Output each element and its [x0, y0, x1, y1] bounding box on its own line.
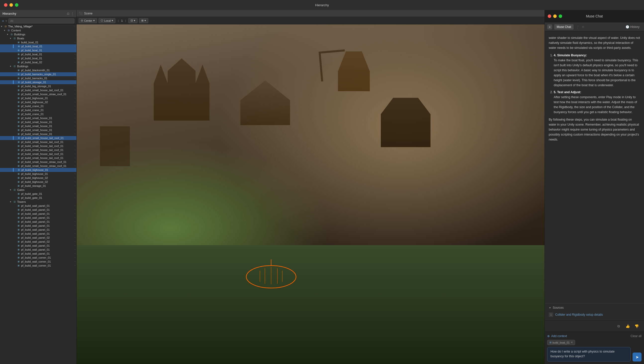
list-item[interactable]: ⊞ pf_build_small_house_01 ›	[0, 116, 76, 120]
chat-messages[interactable]: water shader to simulate the visual aspe…	[545, 31, 644, 303]
scene-tab[interactable]: Scene	[84, 12, 92, 15]
list-item[interactable]: ⊞ pf_build_wall_panel_01 ›	[0, 224, 76, 228]
muse-minimize-button[interactable]	[553, 15, 557, 18]
list-item[interactable]: ⊞ pf_build_bighouse_02 ›	[0, 176, 76, 180]
hierarchy-title: Hierarchy	[2, 12, 16, 16]
thumbup-button[interactable]: 👍	[624, 323, 631, 330]
list-item[interactable]: ⊞ pf_build_crane_01 ›	[0, 112, 76, 116]
list-item[interactable]: ⊞ pf_build_small_house_tail_roof_01 ›	[0, 144, 76, 148]
list-item[interactable]: ⊞ pf_build_wall_panel_01 ›	[0, 204, 76, 208]
list-item[interactable]: ⊞ pf_build_barracks_01 ›	[0, 76, 76, 80]
titlebar: Hierarchy	[0, 0, 644, 10]
view-dropdown[interactable]: ⊞ ▾	[139, 18, 148, 23]
chat-input[interactable]: How do I write a script with physics to …	[547, 347, 630, 361]
scene-header: ⬛ Scene	[76, 10, 544, 17]
gizmo-dropdown[interactable]: ⊡ ▾	[128, 18, 138, 23]
list-item[interactable]: ⊞ pf_build_small_house_straw_roof_01 ›	[0, 160, 76, 164]
list-item[interactable]: ⊞ pf_build_small_house_tail_roof_01 ›	[0, 148, 76, 152]
list-item[interactable]: ⊞ pf_build_small_house_tail_roof_01 ›	[0, 156, 76, 160]
list-item[interactable]: ⊞ pf_build_bighouse_02 ›	[0, 100, 76, 104]
scene-view[interactable]: ✋ ✥ ↻ ⊡ ⬜ ⊞	[76, 25, 544, 364]
list-item[interactable]: ⊞ pf_build_bighouse_01 ›	[0, 96, 76, 100]
list-item[interactable]: ⊞ pf_build_bighouse_01 ›	[0, 172, 76, 176]
tree-gates[interactable]: ▾ ⊡ Gates	[0, 188, 76, 192]
context-tag-remove[interactable]: ✕	[570, 341, 573, 344]
list-item[interactable]: ⊞ pf_build_small_house_tail_roof_01 ›	[0, 88, 76, 92]
list-item[interactable]: ⊞ pf_build_gate_01 ›	[0, 196, 76, 200]
list-item[interactable]: ⊞ pf_build_wall_panel_01 ›	[0, 208, 76, 212]
add-hierarchy-button[interactable]: +	[2, 19, 4, 23]
list-item[interactable]: ⊞ build_boat_01 ›	[0, 40, 76, 44]
sources-header[interactable]: ▼ Sources	[549, 306, 640, 309]
list-item[interactable]: ⊞ pf_build_boat_02 ›	[0, 60, 76, 64]
list-item[interactable]: ⊞ pf_build_boat_01 ›	[0, 44, 76, 48]
hierarchy-lock-icon[interactable]: ⊡	[67, 12, 70, 16]
tab-close-icon[interactable]: ✕	[582, 25, 584, 29]
tree-buildings-2[interactable]: ▾ ⊡ Buildings	[0, 64, 76, 68]
list-item[interactable]: ⊞ pf_build_small_house_01 ›	[0, 124, 76, 128]
list-item[interactable]: ⊞ pf_build_wall_panel_01 ›	[0, 232, 76, 236]
list-item[interactable]: ⊞ pf_build_wall_panel_01 ›	[0, 252, 76, 256]
tree-buildings-1[interactable]: ▾ ⊡ Buildings	[0, 32, 76, 36]
center-dropdown[interactable]: ⊙ Center ▾	[78, 18, 97, 23]
list-item[interactable]: ⊞ pf_build_small_house_01 ›	[0, 132, 76, 136]
tab-menu-icon[interactable]: ⋮	[576, 25, 580, 29]
copy-button[interactable]: ⧉	[615, 323, 622, 330]
list-item[interactable]: ⊞ pf_build_wall_panel_02 ›	[0, 240, 76, 244]
hierarchy-menu-icon[interactable]: ⋮	[71, 12, 74, 16]
send-button[interactable]: ➤	[632, 352, 642, 361]
list-item[interactable]: ⊞ pf_build_crane_01 ›	[0, 104, 76, 108]
list-item[interactable]: ⊞ pf_build_wall_panel_01 ›	[0, 228, 76, 232]
list-item[interactable]: ⊞ pf_build_wall_panel_01 ›	[0, 220, 76, 224]
sources-arrow-icon: ▼	[549, 306, 551, 309]
tree-boats[interactable]: ▾ ⊡ Boats	[0, 36, 76, 40]
muse-maximize-button[interactable]	[559, 15, 562, 18]
list-item[interactable]: ⊞ pf_build_small_house_straw_roof_01 ›	[0, 92, 76, 96]
list-item[interactable]: ⊞ pf_build_small_house_01 ›	[0, 120, 76, 124]
list-item[interactable]: ⊞ pf_build_wall_corner_01 ›	[0, 264, 76, 268]
list-item[interactable]: ⊞ pf_build_big_storage_01 ›	[0, 84, 76, 88]
muse-close-button[interactable]	[548, 15, 551, 18]
hierarchy-separator: ▾	[6, 19, 7, 23]
chat-actions: ⧉ 👍 👎	[545, 320, 644, 332]
list-item[interactable]: ⊞ pf_build_small_house_tail_roof_01 ›	[0, 140, 76, 144]
list-item[interactable]: ⊞ pf_build_storage_01 ›	[0, 80, 76, 84]
list-item[interactable]: ⊞ pf_build_small_house_01 ›	[0, 128, 76, 132]
list-item[interactable]: ⊞ pf_build_wall_panel_02 ›	[0, 236, 76, 240]
list-item[interactable]: ⊞ pf_build_crane_01 ›	[0, 108, 76, 112]
maximize-button[interactable]	[15, 3, 18, 7]
minimize-button[interactable]	[10, 3, 13, 7]
list-item[interactable]: ⊞ pf_build_wall_corner_01 ›	[0, 256, 76, 260]
hierarchy-search-input[interactable]	[8, 19, 74, 24]
list-item[interactable]: ⊞ pf_build_blacksmith_01 ›	[0, 68, 76, 72]
list-item[interactable]: ⊞ pf_build_bighouse_01 ›	[0, 168, 76, 172]
local-dropdown[interactable]: ⬡ Local ▾	[98, 18, 116, 23]
add-context-button[interactable]: ⊕ Add context	[547, 334, 567, 338]
history-button[interactable]: 🕐 History	[624, 24, 642, 30]
list-item[interactable]: ⊞ pf_build_barracks_single_01 ›	[0, 72, 76, 76]
list-item[interactable]: ⊞ pf_build_boat_01 ›	[0, 56, 76, 60]
list-item[interactable]: ⊞ pf_build_wall_corner_01 ›	[0, 260, 76, 264]
close-button[interactable]	[4, 3, 8, 7]
list-item[interactable]: ⊞ pf_build_gate_01 ›	[0, 192, 76, 196]
tree-root[interactable]: ▾ ⊡ The_Viking_Village* ⋮	[0, 25, 76, 28]
list-item[interactable]: ⊞ pf_build_wall_panel_01 ›	[0, 212, 76, 216]
muse-chat-tab[interactable]: Muse Chat	[554, 24, 574, 30]
list-item[interactable]: ⊞ pf_build_small_house_tail_roof_01 ›	[0, 152, 76, 156]
clear-all-button[interactable]: Clear all	[630, 334, 642, 338]
tree-content[interactable]: ▾ ⊡ Content	[0, 28, 76, 32]
list-item[interactable]: ⊞ pf_build_storage_01 ›	[0, 184, 76, 188]
source-item-1[interactable]: 1 Collider and Rigidbody setup details	[549, 311, 640, 318]
tree-towers[interactable]: ▾ ⊡ Towers	[0, 200, 76, 204]
list-item[interactable]: ⊞ pf_build_boat_01 ›	[0, 48, 76, 52]
list-item[interactable]: ⊞ pf_build_boat_01 ›	[0, 52, 76, 56]
list-item[interactable]: ⊞ pf_build_small_house_tail_roof_01 ›	[0, 136, 76, 140]
muse-chat-titlebar: Muse Chat	[545, 10, 644, 23]
list-item[interactable]: ⊞ pf_build_wall_panel_01 ›	[0, 248, 76, 252]
list-item[interactable]: ⊞ pf_build_bighouse_02 ›	[0, 180, 76, 184]
list-item[interactable]: ⊞ pf_build_small_house_straw_roof_01 ›	[0, 164, 76, 168]
thumbdown-button[interactable]: 👎	[633, 323, 640, 330]
list-item[interactable]: ⊞ pf_build_wall_panel_01 ›	[0, 244, 76, 248]
list-item[interactable]: ⊞ pf_build_wall_panel_01 ›	[0, 216, 76, 220]
new-tab-button[interactable]: +	[547, 25, 552, 29]
